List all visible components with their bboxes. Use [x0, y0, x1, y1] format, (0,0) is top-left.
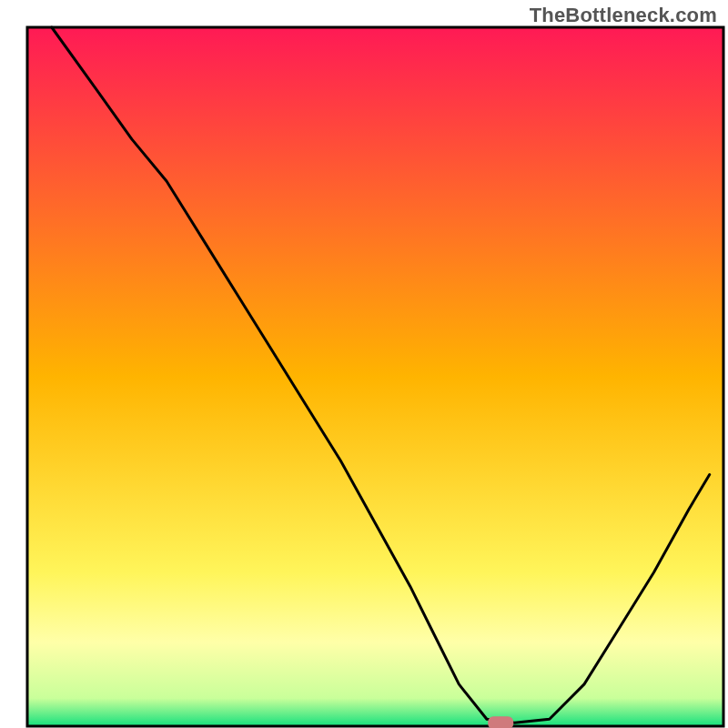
plot-background	[27, 27, 723, 726]
bottleneck-chart	[0, 0, 728, 728]
optimal-point-marker	[488, 716, 513, 728]
watermark-text: TheBottleneck.com	[530, 4, 717, 27]
chart-container: TheBottleneck.com	[0, 0, 728, 728]
